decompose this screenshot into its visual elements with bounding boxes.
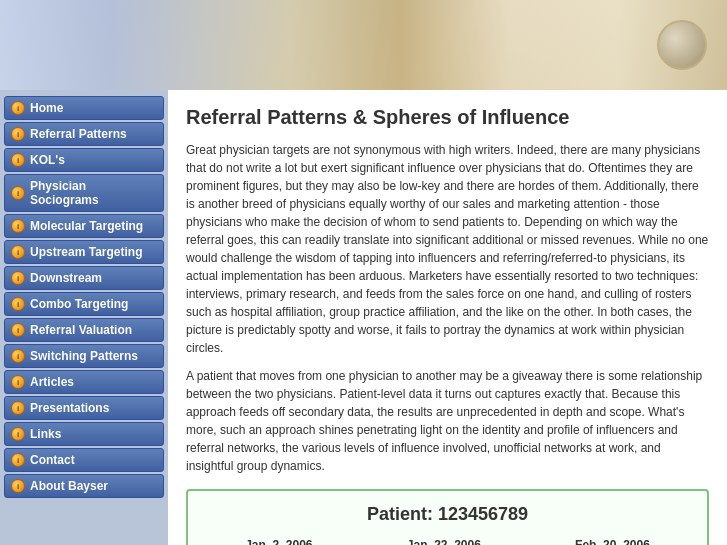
sidebar-label-combo-targeting: Combo Targeting — [30, 297, 128, 311]
sidebar-item-downstream[interactable]: iDownstream — [4, 266, 164, 290]
main-content: Referral Patterns & Spheres of Influence… — [168, 90, 727, 545]
sidebar-item-about-bayser[interactable]: iAbout Bayser — [4, 474, 164, 498]
paragraph-1: Great physician targets are not synonymo… — [186, 141, 709, 357]
sidebar-icon-molecular-targeting: i — [11, 219, 25, 233]
sidebar-icon-upstream-targeting: i — [11, 245, 25, 259]
sidebar-icon-about-bayser: i — [11, 479, 25, 493]
sidebar-item-articles[interactable]: iArticles — [4, 370, 164, 394]
page-wrapper: iHomeiReferral PatternsiKOL'siPhysician … — [0, 0, 727, 545]
sidebar-item-links[interactable]: iLinks — [4, 422, 164, 446]
sidebar-label-downstream: Downstream — [30, 271, 102, 285]
header-decor — [0, 0, 727, 90]
sidebar-label-contact: Contact — [30, 453, 75, 467]
sidebar-item-molecular-targeting[interactable]: iMolecular Targeting — [4, 214, 164, 238]
sidebar-label-upstream-targeting: Upstream Targeting — [30, 245, 142, 259]
page-title: Referral Patterns & Spheres of Influence — [186, 106, 709, 129]
sidebar-item-contact[interactable]: iContact — [4, 448, 164, 472]
sidebar-icon-contact: i — [11, 453, 25, 467]
patient-id: Patient: 123456789 — [198, 501, 697, 528]
sidebar-icon-presentations: i — [11, 401, 25, 415]
sidebar-icon-combo-targeting: i — [11, 297, 25, 311]
sidebar-item-switching-patterns[interactable]: iSwitching Patterns — [4, 344, 164, 368]
sidebar-icon-switching-patterns: i — [11, 349, 25, 363]
sidebar-label-articles: Articles — [30, 375, 74, 389]
header-circle-decor — [657, 20, 707, 70]
sidebar-label-links: Links — [30, 427, 61, 441]
sidebar-icon-downstream: i — [11, 271, 25, 285]
sidebar-icon-articles: i — [11, 375, 25, 389]
sidebar-label-referral-patterns: Referral Patterns — [30, 127, 127, 141]
paragraph-2: A patient that moves from one physician … — [186, 367, 709, 475]
sidebar-label-kols: KOL's — [30, 153, 65, 167]
sidebar-icon-kols: i — [11, 153, 25, 167]
main-area: iHomeiReferral PatternsiKOL'siPhysician … — [0, 90, 727, 545]
sidebar-label-presentations: Presentations — [30, 401, 109, 415]
sidebar-label-home: Home — [30, 101, 63, 115]
sidebar-icon-referral-patterns: i — [11, 127, 25, 141]
patient-date-2: Jan. 22, 2006 — [407, 536, 481, 545]
patient-date-1: Jan. 2, 2006 — [245, 536, 312, 545]
sidebar-label-molecular-targeting: Molecular Targeting — [30, 219, 143, 233]
patient-date-3: Feb. 20, 2006 — [575, 536, 650, 545]
header-banner — [0, 0, 727, 90]
sidebar-item-presentations[interactable]: iPresentations — [4, 396, 164, 420]
sidebar-label-about-bayser: About Bayser — [30, 479, 108, 493]
sidebar-item-home[interactable]: iHome — [4, 96, 164, 120]
sidebar-icon-referral-valuation: i — [11, 323, 25, 337]
patient-dates: Jan. 2, 2006 Jan. 22, 2006 Feb. 20, 2006 — [198, 536, 697, 545]
sidebar-icon-physician-sociograms: i — [11, 186, 25, 200]
content-body: Great physician targets are not synonymo… — [186, 141, 709, 545]
sidebar-item-kols[interactable]: iKOL's — [4, 148, 164, 172]
sidebar-item-combo-targeting[interactable]: iCombo Targeting — [4, 292, 164, 316]
patient-box: Patient: 123456789 Jan. 2, 2006 Jan. 22,… — [186, 489, 709, 545]
sidebar-icon-home: i — [11, 101, 25, 115]
sidebar-item-physician-sociograms[interactable]: iPhysician Sociograms — [4, 174, 164, 212]
sidebar-icon-links: i — [11, 427, 25, 441]
sidebar-label-physician-sociograms: Physician Sociograms — [30, 179, 157, 207]
sidebar-label-referral-valuation: Referral Valuation — [30, 323, 132, 337]
sidebar-item-referral-valuation[interactable]: iReferral Valuation — [4, 318, 164, 342]
sidebar-label-switching-patterns: Switching Patterns — [30, 349, 138, 363]
sidebar: iHomeiReferral PatternsiKOL'siPhysician … — [0, 90, 168, 545]
sidebar-item-referral-patterns[interactable]: iReferral Patterns — [4, 122, 164, 146]
sidebar-item-upstream-targeting[interactable]: iUpstream Targeting — [4, 240, 164, 264]
